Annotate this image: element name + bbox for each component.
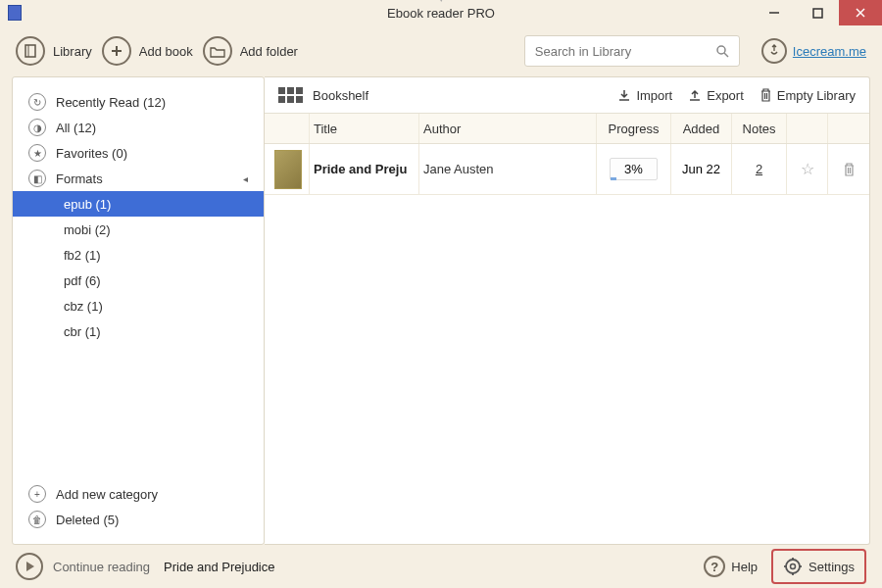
col-notes[interactable]: Notes (732, 114, 787, 143)
shelf-label: Bookshelf (313, 88, 368, 103)
search-box[interactable] (524, 35, 740, 67)
add-folder-button[interactable]: Add folder (203, 36, 298, 66)
search-icon[interactable] (715, 44, 729, 58)
sidebar-item-label: Add new category (56, 487, 158, 502)
export-button[interactable]: Export (688, 88, 744, 103)
minimize-button[interactable] (753, 0, 796, 25)
bottom-bar: Continue reading Pride and Prejudice ? H… (0, 545, 882, 588)
grid-view-icon[interactable] (278, 87, 303, 103)
add-book-button[interactable]: Add book (102, 36, 193, 66)
book-thumbnail[interactable] (274, 150, 302, 189)
library-button[interactable]: Library (16, 36, 92, 66)
svg-point-11 (791, 564, 796, 569)
library-label: Library (53, 44, 92, 59)
plus-icon (102, 36, 131, 66)
empty-library-button[interactable]: Empty Library (760, 88, 856, 103)
all-icon: ◑ (28, 119, 46, 136)
col-progress[interactable]: Progress (597, 114, 671, 143)
sidebar-format-cbr[interactable]: cbr (1) (13, 318, 264, 344)
sidebar-item-label: All (12) (56, 121, 96, 135)
favorite-star-icon[interactable]: ☆ (801, 160, 814, 178)
add-folder-label: Add folder (240, 44, 298, 59)
sidebar-item-label: Favorites (0) (56, 146, 127, 161)
doc-icon: ◧ (28, 170, 46, 187)
row-title: Pride and Preju (310, 144, 419, 194)
plus-icon: + (28, 485, 46, 503)
sidebar-format-mobi[interactable]: mobi (2) (13, 217, 264, 242)
collapse-arrow-icon: ◂ (243, 173, 248, 184)
close-button[interactable] (839, 0, 882, 25)
user-icon (761, 38, 787, 64)
sidebar-format-pdf[interactable]: pdf (6) (13, 268, 264, 293)
col-added[interactable]: ▾Added (671, 114, 732, 143)
user-link[interactable]: Icecream.me (761, 38, 866, 64)
svg-point-8 (717, 46, 725, 54)
sidebar-item-label: Recently Read (12) (56, 95, 166, 110)
svg-line-9 (724, 53, 728, 57)
window-title: Ebook reader PRO (387, 6, 495, 21)
continue-label: Continue reading (53, 560, 150, 574)
sidebar-item-all[interactable]: ◑ All (12) (13, 115, 264, 140)
maximize-button[interactable] (796, 0, 839, 25)
content: Bookshelf Import Export Empty Library Ti… (265, 76, 870, 545)
folder-plus-icon (203, 36, 232, 66)
help-icon: ? (704, 556, 725, 577)
trash-icon (760, 88, 772, 102)
star-icon: ★ (28, 144, 46, 162)
trash-icon: 🗑 (28, 511, 46, 528)
add-book-label: Add book (139, 44, 193, 59)
delete-row-icon[interactable] (843, 163, 856, 176)
col-author[interactable]: Author (419, 114, 597, 143)
sidebar-item-formats[interactable]: ◧ Formats ◂ (13, 166, 264, 191)
svg-rect-1 (813, 9, 822, 18)
export-icon (688, 88, 702, 102)
import-button[interactable]: Import (617, 88, 672, 103)
settings-button[interactable]: Settings (771, 549, 866, 584)
sidebar-deleted[interactable]: 🗑 Deleted (5) (13, 507, 264, 532)
sidebar-add-category[interactable]: + Add new category (13, 481, 264, 507)
book-icon (16, 36, 45, 66)
gear-icon (783, 557, 803, 576)
sidebar-format-fb2[interactable]: fb2 (1) (13, 242, 264, 268)
col-title[interactable]: Title (310, 114, 419, 143)
sidebar-format-epub[interactable]: epub (1) (13, 191, 264, 217)
sidebar-item-label: Formats (56, 172, 103, 186)
sidebar-item-label: Deleted (5) (56, 513, 119, 527)
continue-title[interactable]: Pride and Prejudice (164, 560, 274, 574)
row-progress: 3% (610, 158, 658, 180)
recent-icon: ↻ (28, 93, 46, 111)
sidebar-format-cbz[interactable]: cbz (1) (13, 293, 264, 318)
sidebar-item-recent[interactable]: ↻ Recently Read (12) (13, 89, 264, 115)
toolbar: Library Add book Add folder Icecream.me (0, 25, 882, 76)
row-author: Jane Austen (419, 144, 597, 194)
play-icon[interactable] (16, 553, 43, 580)
svg-rect-4 (25, 45, 35, 57)
help-button[interactable]: ? Help (704, 556, 758, 577)
row-added: Jun 22 (671, 144, 732, 194)
sidebar: ↻ Recently Read (12) ◑ All (12) ★ Favori… (12, 76, 265, 545)
row-notes[interactable]: 2 (756, 162, 762, 176)
shelf-toolbar: Bookshelf Import Export Empty Library (265, 77, 869, 113)
user-link-text[interactable]: Icecream.me (793, 44, 866, 59)
sort-indicator-icon: ▾ (439, 0, 444, 4)
import-icon (617, 88, 631, 102)
app-icon (8, 5, 22, 21)
table-row[interactable]: Pride and Preju Jane Austen 3% Jun 22 2 … (265, 144, 869, 195)
progress-bar (611, 177, 616, 180)
search-input[interactable] (535, 44, 715, 59)
svg-point-10 (786, 560, 800, 573)
table-header: Title Author Progress ▾Added Notes (265, 113, 869, 144)
sidebar-item-favorites[interactable]: ★ Favorites (0) (13, 140, 264, 166)
